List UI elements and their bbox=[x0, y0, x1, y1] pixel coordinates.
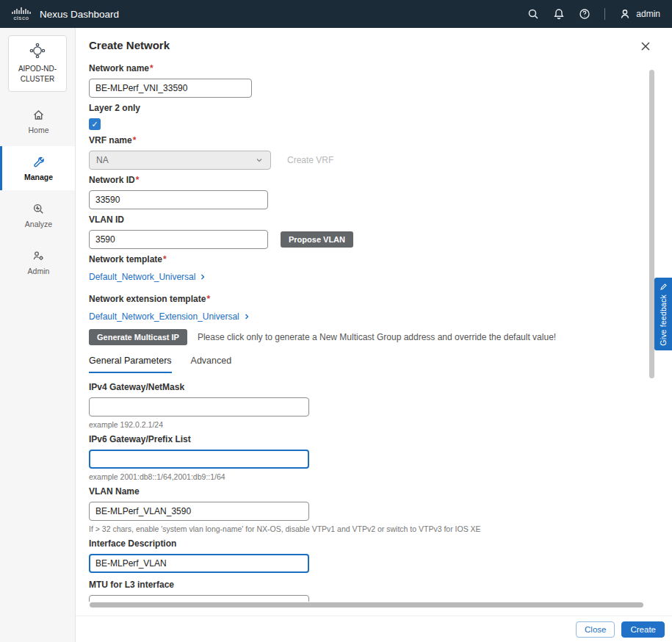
chevron-right-icon bbox=[198, 273, 207, 281]
ipv6-gateway-hint: example 2001:db8::1/64,2001:db9::1/64 bbox=[89, 472, 662, 481]
vrf-selected-value: NA bbox=[96, 155, 109, 165]
multicast-hint-text: Please click only to generate a New Mult… bbox=[198, 332, 556, 342]
give-feedback-tab[interactable]: Give feedback bbox=[654, 278, 672, 350]
chevron-right-icon bbox=[242, 312, 251, 321]
vrf-name-label: VRF name bbox=[89, 135, 662, 145]
network-extension-template-label: Network extension template bbox=[89, 294, 662, 304]
sidebar-item-label: Analyze bbox=[25, 220, 52, 228]
mtu-label: MTU for L3 interface bbox=[89, 580, 662, 590]
top-bar: cisco Nexus Dashboard bbox=[0, 0, 672, 28]
vrf-name-select[interactable]: NA bbox=[89, 151, 271, 170]
tab-advanced[interactable]: Advanced bbox=[191, 356, 232, 373]
topbar-divider bbox=[604, 8, 605, 20]
tools-icon bbox=[32, 156, 45, 168]
search-icon[interactable] bbox=[527, 8, 539, 20]
admin-user-gear-icon bbox=[32, 250, 45, 262]
mtu-input[interactable] bbox=[89, 595, 309, 602]
network-template-link[interactable]: Default_Network_Universal bbox=[89, 272, 207, 282]
network-template-value: Default_Network_Universal bbox=[89, 272, 195, 282]
layer2-only-label: Layer 2 only bbox=[89, 103, 662, 113]
ipv4-gateway-label: IPv4 Gateway/NetMask bbox=[89, 382, 662, 392]
ipv4-gateway-hint: example 192.0.2.1/24 bbox=[89, 420, 662, 429]
vertical-scrollbar[interactable] bbox=[649, 70, 654, 378]
close-icon[interactable] bbox=[638, 39, 653, 54]
footer-actions: Close Create bbox=[76, 616, 672, 642]
chevron-down-icon bbox=[255, 156, 264, 165]
interface-description-input[interactable] bbox=[89, 554, 309, 573]
propose-vlan-button[interactable]: Propose VLAN bbox=[281, 231, 353, 248]
app-title: Nexus Dashboard bbox=[40, 9, 119, 20]
analyze-magnifier-icon bbox=[32, 203, 45, 215]
parameter-tabs: General Parameters Advanced bbox=[89, 356, 662, 373]
vlan-name-label: VLAN Name bbox=[89, 486, 662, 497]
ipv4-gateway-input[interactable] bbox=[89, 397, 309, 416]
vlan-name-input[interactable] bbox=[89, 502, 309, 521]
create-button[interactable]: Create bbox=[621, 621, 665, 638]
vlan-id-label: VLAN ID bbox=[89, 214, 662, 225]
network-id-input[interactable] bbox=[89, 190, 268, 209]
user-menu[interactable]: admin bbox=[619, 8, 660, 20]
sidebar-item-label: Manage bbox=[24, 173, 53, 181]
ipv6-gateway-label: IPv6 Gateway/Prefix List bbox=[89, 434, 662, 444]
network-name-label: Network name bbox=[89, 63, 662, 73]
user-label: admin bbox=[636, 9, 660, 19]
sidebar-item-home[interactable]: Home bbox=[0, 99, 75, 143]
close-button[interactable]: Close bbox=[576, 621, 615, 638]
user-icon bbox=[619, 8, 631, 20]
cluster-icon bbox=[29, 43, 46, 59]
interface-description-label: Interface Description bbox=[89, 538, 662, 549]
network-name-input[interactable] bbox=[89, 79, 252, 98]
sidebar: AIPOD-ND-CLUSTER Home Manage Analyze bbox=[0, 28, 76, 642]
sidebar-item-label: Admin bbox=[28, 267, 50, 275]
sidebar-item-analyze[interactable]: Analyze bbox=[0, 193, 75, 237]
sidebar-item-manage[interactable]: Manage bbox=[0, 146, 75, 190]
notifications-bell-icon[interactable] bbox=[553, 8, 565, 20]
create-network-panel: Create Network Network name Layer 2 only… bbox=[76, 28, 672, 642]
cluster-selector[interactable]: AIPOD-ND-CLUSTER bbox=[8, 35, 67, 92]
create-vrf-link[interactable]: Create VRF bbox=[287, 155, 333, 165]
network-extension-template-value: Default_Network_Extension_Universal bbox=[89, 311, 239, 322]
generate-multicast-ip-button[interactable]: Generate Multicast IP bbox=[89, 329, 187, 345]
check-icon: ✓ bbox=[91, 120, 98, 129]
brand: cisco Nexus Dashboard bbox=[12, 7, 119, 21]
ipv6-gateway-input[interactable] bbox=[89, 450, 309, 469]
network-template-label: Network template bbox=[89, 254, 662, 264]
sidebar-item-label: Home bbox=[28, 126, 48, 134]
create-network-form: Network name Layer 2 only ✓ VRF name NA bbox=[76, 63, 662, 602]
give-feedback-label: Give feedback bbox=[659, 295, 668, 346]
page-title: Create Network bbox=[89, 39, 170, 51]
network-id-label: Network ID bbox=[89, 175, 662, 185]
home-icon bbox=[32, 109, 45, 121]
sidebar-item-admin[interactable]: Admin bbox=[0, 240, 75, 284]
tab-general-parameters[interactable]: General Parameters bbox=[89, 356, 172, 373]
cisco-wordmark: cisco bbox=[13, 15, 29, 21]
feedback-pencil-icon bbox=[660, 283, 668, 291]
layer2-only-checkbox[interactable]: ✓ bbox=[89, 118, 101, 130]
help-icon[interactable] bbox=[579, 8, 590, 20]
cluster-name: AIPOD-ND-CLUSTER bbox=[12, 64, 63, 84]
vlan-id-input[interactable] bbox=[89, 230, 268, 249]
horizontal-scrollbar[interactable] bbox=[90, 602, 643, 607]
network-extension-template-link[interactable]: Default_Network_Extension_Universal bbox=[89, 311, 251, 322]
vlan-name-hint: If > 32 chars, enable 'system vlan long-… bbox=[89, 524, 662, 533]
cisco-logo-icon: cisco bbox=[12, 7, 31, 21]
